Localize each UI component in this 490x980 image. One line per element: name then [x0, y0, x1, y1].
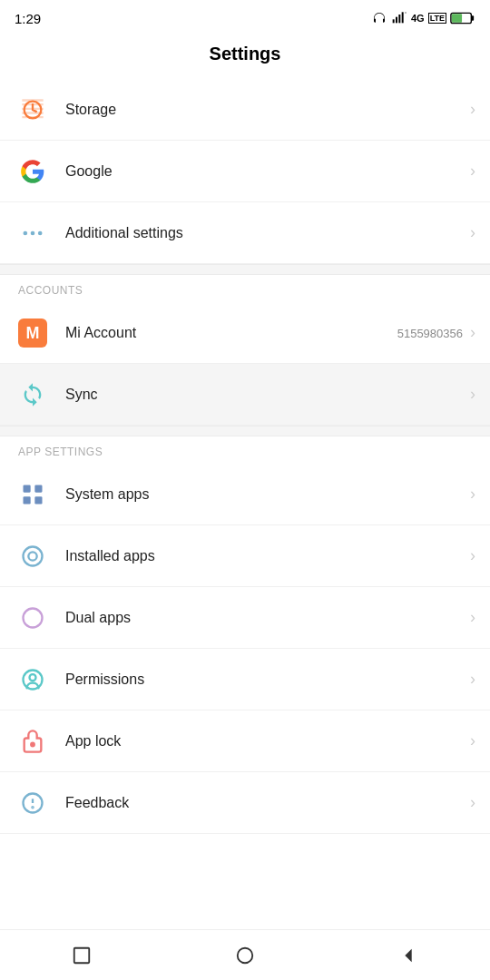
sync-icon-container [15, 377, 51, 413]
installed-apps-content: Installed apps [65, 548, 470, 564]
dual-apps-icon [20, 605, 45, 631]
page-title: Settings [0, 33, 490, 79]
app-lock-icon-container [15, 723, 51, 760]
svg-rect-0 [393, 19, 395, 23]
permissions-chevron: › [470, 670, 475, 689]
system-apps-icon-container [15, 476, 51, 513]
recent-apps-button[interactable] [54, 937, 109, 974]
svg-rect-1 [396, 17, 397, 24]
storage-label: Storage [65, 102, 470, 118]
bottom-nav [0, 929, 490, 980]
sync-icon [20, 382, 45, 407]
home-icon [235, 946, 255, 965]
permissions-label: Permissions [65, 671, 470, 688]
installed-apps-icon-container [15, 538, 51, 574]
feedback-icon [20, 790, 45, 816]
permissions-icon-container [15, 662, 51, 698]
svg-text:M: M [26, 324, 40, 342]
google-chevron: › [470, 162, 475, 181]
app-lock-label: App lock [65, 733, 470, 750]
installed-apps-icon [20, 544, 45, 569]
storage-icon-container [15, 92, 51, 128]
permissions-content: Permissions [65, 671, 470, 688]
feedback-content: Feedback [65, 795, 470, 811]
google-content: Google [65, 163, 470, 180]
additional-settings-label: Additional settings [65, 225, 470, 241]
storage-content: Storage [65, 102, 470, 118]
mi-account-content: Mi Account [65, 325, 397, 341]
system-apps-icon [20, 482, 45, 507]
mi-account-icon-container: M [15, 315, 51, 351]
system-apps-item[interactable]: System apps › [0, 464, 490, 525]
app-settings-header: APP SETTINGS [0, 436, 490, 464]
svg-rect-17 [34, 496, 42, 504]
installed-apps-item[interactable]: Installed apps › [0, 525, 490, 587]
mi-account-chevron: › [470, 323, 475, 342]
feedback-item[interactable]: Feedback › [0, 772, 490, 834]
lte-label: LTE [428, 13, 446, 24]
svg-point-9 [24, 230, 28, 235]
permissions-icon [20, 667, 45, 692]
svg-rect-14 [24, 485, 31, 492]
sync-content: Sync [65, 387, 470, 403]
storage-chevron: › [470, 100, 475, 119]
mi-account-label: Mi Account [65, 325, 397, 341]
dual-apps-item[interactable]: Dual apps › [0, 587, 490, 649]
additional-settings-chevron: › [470, 223, 475, 242]
additional-settings-icon [20, 220, 45, 246]
svg-rect-6 [471, 15, 474, 21]
svg-point-26 [32, 807, 33, 808]
additional-settings-item[interactable]: Additional settings › [0, 202, 490, 264]
accounts-separator [0, 264, 490, 275]
sync-item[interactable]: Sync › [0, 364, 490, 426]
svg-rect-27 [74, 947, 90, 963]
back-icon [398, 946, 418, 965]
recent-apps-icon [72, 946, 92, 965]
signal-icon [391, 11, 407, 25]
headphone-icon [371, 11, 387, 25]
back-button[interactable] [381, 937, 436, 974]
system-apps-label: System apps [65, 486, 470, 503]
google-label: Google [65, 163, 470, 180]
mi-account-item[interactable]: M Mi Account 5155980356 › [0, 302, 490, 364]
system-apps-content: System apps [65, 486, 470, 503]
svg-point-28 [238, 947, 253, 963]
status-time: 1:29 [15, 11, 41, 26]
svg-point-11 [38, 230, 43, 235]
svg-point-22 [30, 674, 36, 681]
app-lock-item[interactable]: App lock › [0, 710, 490, 772]
mi-account-icon: M [18, 318, 47, 348]
app-lock-icon [20, 729, 45, 754]
feedback-icon-container [15, 785, 51, 821]
installed-apps-label: Installed apps [65, 548, 470, 564]
permissions-item[interactable]: Permissions › [0, 649, 490, 710]
google-icon-container [15, 153, 51, 190]
network-type: 4G [411, 13, 425, 24]
dual-apps-label: Dual apps [65, 610, 470, 626]
storage-icon [20, 97, 45, 122]
svg-rect-7 [452, 14, 462, 22]
system-apps-chevron: › [470, 485, 475, 504]
sync-label: Sync [65, 387, 470, 403]
svg-rect-2 [398, 15, 400, 23]
feedback-chevron: › [470, 793, 475, 812]
additional-settings-content: Additional settings [65, 225, 470, 241]
home-button[interactable] [218, 937, 272, 974]
storage-item[interactable]: Storage › [0, 79, 490, 141]
svg-marker-29 [405, 948, 411, 962]
google-icon [20, 159, 45, 184]
svg-point-19 [28, 552, 36, 560]
status-bar: 1:29 4G LTE [0, 0, 490, 33]
google-item[interactable]: Google › [0, 141, 490, 202]
app-lock-content: App lock [65, 733, 470, 750]
dual-apps-chevron: › [470, 608, 475, 627]
feedback-label: Feedback [65, 795, 470, 811]
mi-account-phone: 5155980356 [397, 327, 463, 340]
sync-chevron: › [470, 385, 475, 404]
battery-icon [450, 11, 475, 25]
svg-rect-3 [402, 12, 404, 23]
dual-apps-content: Dual apps [65, 610, 470, 626]
app-lock-chevron: › [470, 731, 475, 750]
svg-point-18 [24, 546, 43, 565]
svg-rect-4 [405, 12, 407, 13]
